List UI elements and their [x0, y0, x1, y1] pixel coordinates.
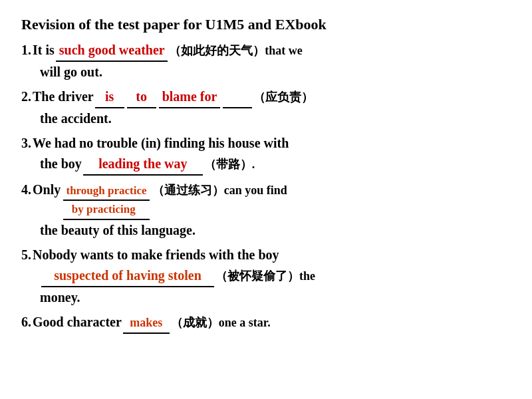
item-text: the boy	[40, 154, 82, 174]
item-continuation: the accident.	[21, 108, 511, 129]
item-number: 4.	[21, 180, 31, 200]
blank-2d	[223, 86, 252, 108]
item-number: 3.	[21, 133, 31, 154]
item-continuation: will go out.	[21, 62, 511, 82]
item-text: It is	[33, 40, 55, 61]
item-text: （如此好的天气）that we	[169, 42, 303, 61]
list-item: 2. The driver is to blame for （应负责） the …	[21, 86, 511, 129]
list-item: 5. Nobody wants to make friends with the…	[21, 245, 511, 308]
item-continuation: the beauty of this language.	[21, 220, 511, 241]
item-number: 5.	[21, 245, 31, 265]
item-text: （带路）.	[204, 156, 255, 174]
item-continuation: money.	[21, 287, 511, 308]
item-text: （通过练习）can you find	[152, 182, 287, 200]
item-text: （应负责）	[253, 88, 313, 107]
answer-1: such good weather	[56, 40, 168, 62]
item-number: 6.	[21, 312, 31, 332]
answer-6: makes	[123, 314, 170, 334]
item-text: The driver	[33, 86, 94, 107]
answer-3: leading the way	[83, 154, 203, 176]
item-text: Good character	[33, 312, 122, 332]
title: Revision of the test paper for U1M5 and …	[21, 16, 511, 33]
item-text: （成就）one a star.	[171, 314, 271, 332]
answer-2c: blame for	[159, 86, 220, 108]
blank-2b: to	[127, 86, 156, 108]
item-number: 2.	[21, 86, 31, 107]
item-text: （被怀疑偷了）the	[215, 267, 315, 286]
answer-4: through practice by practicing	[62, 182, 151, 220]
list-item: 1. It is such good weather （如此好的天气）that …	[21, 40, 511, 82]
answer-2a: is	[95, 86, 124, 108]
item-text: Only	[33, 180, 61, 200]
list-item: 4. Only through practice by practicing （…	[21, 180, 511, 241]
list-item: 6. Good character makes （成就）one a star.	[21, 312, 511, 334]
item-number: 1.	[21, 40, 31, 61]
answer-5: suspected of having stolen	[41, 265, 214, 287]
list-item: 3. We had no trouble (in) finding his ho…	[21, 133, 511, 176]
item-text: We had no trouble (in) finding his house…	[33, 133, 289, 154]
item-text: Nobody wants to make friends with the bo…	[33, 245, 279, 265]
